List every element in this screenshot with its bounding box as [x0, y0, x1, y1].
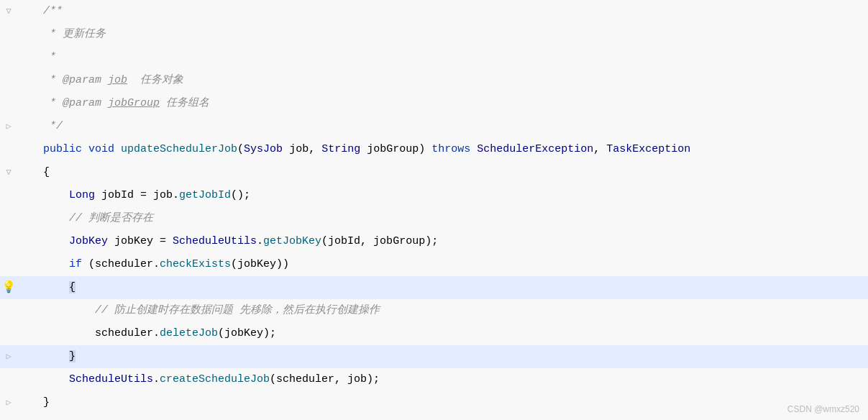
code-editor: ▽/** * 更新任务 * * @param job 任务对象 * @param…	[0, 0, 868, 420]
line-code-content: * @param job 任务对象	[36, 69, 868, 92]
fold-close-icon[interactable]: ▷	[1, 119, 16, 134]
code-line: // 防止创建时存在数据问题 先移除，然后在执行创建操作	[0, 299, 868, 322]
watermark: CSDN @wmxz520	[787, 404, 859, 414]
code-line: ScheduleUtils.createScheduleJob(schedule…	[0, 368, 868, 391]
line-code-content: if (scheduler.checkExists(jobKey))	[36, 253, 868, 276]
code-line: * @param jobGroup 任务组名	[0, 92, 868, 115]
line-code-content: }	[36, 391, 868, 414]
code-line: *	[0, 46, 868, 69]
fold-open-icon[interactable]: ▽	[1, 165, 16, 180]
fold-open-icon[interactable]: ▽	[1, 4, 16, 19]
line-code-content: // 防止创建时存在数据问题 先移除，然后在执行创建操作	[36, 299, 868, 322]
code-line: // 判断是否存在	[0, 207, 868, 230]
code-line: ▽/**	[0, 0, 868, 23]
line-code-content: {	[36, 276, 868, 299]
code-area: ▽/** * 更新任务 * * @param job 任务对象 * @param…	[0, 0, 868, 420]
code-line: JobKey jobKey = ScheduleUtils.getJobKey(…	[0, 230, 868, 253]
code-line: ▷}	[0, 391, 868, 414]
code-line: if (scheduler.checkExists(jobKey))	[0, 253, 868, 276]
code-line: Long jobId = job.getJobId();	[0, 184, 868, 207]
code-line: * @param job 任务对象	[0, 69, 868, 92]
line-code-content: }	[36, 345, 868, 368]
line-code-content: JobKey jobKey = ScheduleUtils.getJobKey(…	[36, 230, 868, 253]
line-code-content: * @param jobGroup 任务组名	[36, 92, 868, 115]
fold-close-icon[interactable]: ▷	[1, 350, 16, 364]
fold-close-icon[interactable]: ▷	[1, 396, 16, 410]
code-line: ▷ }	[0, 345, 868, 368]
code-line: ▷ */	[0, 115, 868, 138]
line-code-content: scheduler.deleteJob(jobKey);	[36, 322, 868, 345]
code-line: scheduler.deleteJob(jobKey);	[0, 322, 868, 345]
line-code-content: *	[36, 46, 868, 69]
code-line: * 更新任务	[0, 23, 868, 46]
line-code-content: */	[36, 115, 868, 138]
line-code-content: * 更新任务	[36, 23, 868, 46]
code-line: 💡 {	[0, 276, 868, 299]
line-code-content: /**	[36, 0, 868, 23]
line-code-content: ScheduleUtils.createScheduleJob(schedule…	[36, 368, 868, 391]
line-code-content: public void updateSchedulerJob(SysJob jo…	[36, 138, 868, 161]
line-code-content: Long jobId = job.getJobId();	[36, 184, 868, 207]
line-code-content: {	[36, 161, 868, 184]
line-code-content: // 判断是否存在	[36, 207, 868, 230]
code-lines: ▽/** * 更新任务 * * @param job 任务对象 * @param…	[0, 0, 868, 420]
bulb-icon[interactable]: 💡	[1, 280, 16, 295]
code-line: public void updateSchedulerJob(SysJob jo…	[0, 138, 868, 161]
code-line: ▽{	[0, 161, 868, 184]
